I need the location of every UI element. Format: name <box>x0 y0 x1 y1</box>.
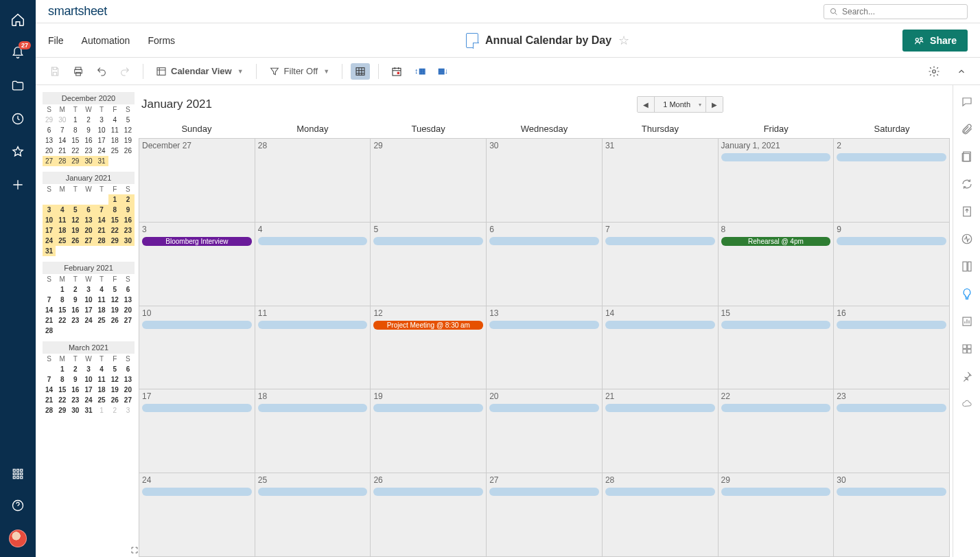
calendar-day[interactable]: December 27 <box>139 139 255 222</box>
calendar-day[interactable]: 23 <box>834 389 950 473</box>
calendar-event-bar[interactable] <box>258 237 368 245</box>
filter-button[interactable]: Filter Off ▼ <box>265 63 334 80</box>
calendar-event-bar[interactable] <box>142 488 252 496</box>
calendar-day[interactable]: 30 <box>834 473 950 556</box>
calendar-day[interactable]: 4 <box>255 223 371 306</box>
calendar-day[interactable]: 30 <box>487 139 603 222</box>
mini-calendar[interactable]: December 2020SMTWTFS29301234567891011121… <box>43 92 135 166</box>
cloud-icon[interactable] <box>960 397 974 411</box>
mini-calendar[interactable]: January 2021SMTWTFS123456789101112131415… <box>43 172 135 256</box>
search-input[interactable] <box>842 7 961 16</box>
calendar-day[interactable]: 5 <box>371 223 487 306</box>
calendar-day[interactable]: 28 <box>603 473 719 556</box>
calendar-event-bar[interactable] <box>605 404 715 412</box>
calendar-day[interactable]: 31 <box>603 139 719 222</box>
calendar-event-bar[interactable] <box>142 404 252 412</box>
calendar-day[interactable]: 26 <box>371 473 487 556</box>
calendar-event-bar[interactable] <box>721 404 831 412</box>
calendar-event-bar[interactable] <box>837 488 946 496</box>
prev-button[interactable]: ◀ <box>638 97 654 112</box>
calendar-event-bar[interactable] <box>489 488 599 496</box>
calendar-event-bar[interactable] <box>837 237 946 245</box>
calendar-event-bar[interactable] <box>721 321 831 329</box>
cal-tool-1[interactable]: ↕▦ <box>410 64 430 78</box>
calendar-event-bar[interactable] <box>837 153 946 161</box>
calendar-event-bar[interactable] <box>258 488 368 496</box>
calendar-event-bar[interactable] <box>489 321 599 329</box>
calendar-day[interactable]: 16 <box>834 306 950 389</box>
calendar-event-bar[interactable] <box>489 404 599 412</box>
activity-log-icon[interactable] <box>960 232 974 246</box>
calendar-event-bar[interactable] <box>721 488 831 496</box>
attachments-icon[interactable] <box>960 122 974 136</box>
search-box[interactable] <box>824 4 968 19</box>
report-icon[interactable] <box>960 315 974 328</box>
calendar-day[interactable]: 15 <box>719 306 835 389</box>
favorite-star-icon[interactable]: ☆ <box>618 33 629 48</box>
calendar-day[interactable]: 12Project Meeting @ 8:30 am <box>371 306 487 389</box>
calendar-event-bar[interactable] <box>373 237 483 245</box>
calendar-day[interactable]: 25 <box>255 473 371 556</box>
calendar-day[interactable]: 10 <box>139 306 255 389</box>
create-icon[interactable] <box>10 177 25 192</box>
notifications-icon[interactable]: 27 <box>10 45 25 60</box>
calendar-day[interactable]: 19 <box>371 389 487 473</box>
calendar-day[interactable]: 27 <box>487 473 603 556</box>
browse-icon[interactable] <box>10 78 25 93</box>
today-icon[interactable] <box>387 63 406 80</box>
workapps-icon[interactable] <box>960 287 974 301</box>
menu-file[interactable]: File <box>48 35 64 46</box>
pin-icon[interactable] <box>960 370 974 383</box>
calendar-day[interactable]: January 1, 2021 <box>719 139 835 222</box>
calendar-day[interactable]: 29 <box>371 139 487 222</box>
proofs-icon[interactable] <box>960 150 974 163</box>
apps-icon[interactable] <box>10 466 25 481</box>
calendar-day[interactable]: 20 <box>487 389 603 473</box>
recents-icon[interactable] <box>10 111 25 126</box>
calendar-day[interactable]: 14 <box>603 306 719 389</box>
home-icon[interactable] <box>10 12 25 27</box>
calendar-day[interactable]: 6 <box>487 223 603 306</box>
calendar-day[interactable]: 7 <box>603 223 719 306</box>
user-avatar[interactable] <box>9 530 27 547</box>
share-button[interactable]: Share <box>902 30 968 52</box>
calendar-event[interactable]: Rehearsal @ 4pm <box>721 237 831 246</box>
mini-calendar[interactable]: February 2021SMTWTFS12345678910111213141… <box>43 262 135 336</box>
calendar-day[interactable]: 13 <box>487 306 603 389</box>
calendar-event-bar[interactable] <box>605 488 715 496</box>
view-switcher[interactable]: Calendar View ▼ <box>152 63 248 80</box>
conversations-icon[interactable] <box>960 95 974 109</box>
update-requests-icon[interactable] <box>960 177 974 191</box>
settings-icon[interactable] <box>924 62 944 80</box>
calendar-event-bar[interactable] <box>373 488 483 496</box>
help-icon[interactable] <box>10 498 25 513</box>
dashboard-icon[interactable] <box>960 342 974 356</box>
mini-calendar[interactable]: March 2021SMTWTFS12345678910111213141516… <box>43 341 135 416</box>
calendar-event-bar[interactable] <box>721 153 831 161</box>
calendar-day[interactable]: 21 <box>603 389 719 473</box>
calendar-day[interactable]: 17 <box>139 389 255 473</box>
calendar-event-bar[interactable] <box>837 321 946 329</box>
print-icon[interactable] <box>69 63 88 80</box>
calendar-event-bar[interactable] <box>837 404 946 412</box>
fullscreen-icon[interactable] <box>129 545 140 556</box>
grid-view-toggle[interactable] <box>351 63 370 80</box>
undo-icon[interactable] <box>92 63 111 80</box>
collapse-panel-icon[interactable] <box>953 64 970 79</box>
menu-automation[interactable]: Automation <box>82 35 130 46</box>
calendar-day[interactable]: 3Bloomberg Interview <box>139 223 255 306</box>
calendar-day[interactable]: 28 <box>255 139 371 222</box>
cal-tool-2[interactable]: ▦↓ <box>434 64 453 78</box>
calendar-event-bar[interactable] <box>258 321 368 329</box>
calendar-event-bar[interactable] <box>142 321 252 329</box>
calendar-event[interactable]: Project Meeting @ 8:30 am <box>373 321 483 330</box>
calendar-day[interactable]: 9 <box>834 223 950 306</box>
calendar-event-bar[interactable] <box>373 404 483 412</box>
calendar-event-bar[interactable] <box>489 237 599 245</box>
calendar-event[interactable]: Bloomberg Interview <box>142 237 252 246</box>
calendar-event-bar[interactable] <box>258 404 368 412</box>
calendar-day[interactable]: 24 <box>139 473 255 556</box>
favorites-icon[interactable] <box>10 144 25 159</box>
calendar-event-bar[interactable] <box>605 237 715 245</box>
period-selector[interactable]: 1 Month <box>654 97 706 112</box>
